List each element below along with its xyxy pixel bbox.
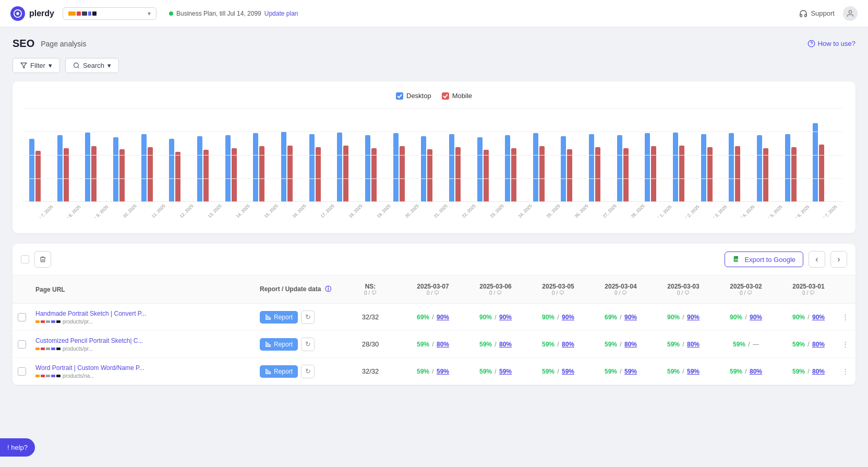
site-selector-dots <box>68 11 97 16</box>
score-blue[interactable]: 90% <box>437 314 449 321</box>
bar-mobile <box>651 146 656 202</box>
score-green[interactable]: 59% <box>605 341 617 348</box>
page-url-link[interactable]: Handmade Portrait Sketch | Convert P... <box>35 310 182 317</box>
bar-desktop <box>701 134 706 202</box>
bar-mobile <box>455 147 461 202</box>
bar-desktop <box>281 131 286 202</box>
report-button[interactable]: Report <box>260 338 298 351</box>
score-blue[interactable]: 90% <box>687 314 700 321</box>
refresh-button[interactable]: ↻ <box>301 338 315 351</box>
bar-desktop <box>729 133 734 202</box>
bar-group <box>113 137 139 202</box>
score-blue[interactable]: 90% <box>499 314 512 321</box>
chart-panel: Desktop Mobile Feb 7, 2025Feb 8, 202 <box>13 81 855 233</box>
score-green[interactable]: 59% <box>667 341 680 348</box>
score-blue[interactable]: 80% <box>562 341 574 348</box>
score-blue[interactable]: 59% <box>624 368 637 375</box>
score-green[interactable]: 90% <box>730 314 742 321</box>
score-green[interactable]: 59% <box>417 341 429 348</box>
support-button[interactable]: Support <box>799 9 835 18</box>
score-cell-3: 59% / 80% <box>589 338 652 351</box>
score-green[interactable]: 69% <box>417 314 429 321</box>
row-checkbox-1[interactable] <box>18 340 26 349</box>
bar-chart-icon <box>265 314 271 320</box>
bar-group <box>421 136 447 202</box>
chart-x-label: Feb 18, 2025 <box>342 204 364 218</box>
score-divider: / <box>618 314 623 321</box>
logo-icon <box>10 6 25 21</box>
score-green[interactable]: 90% <box>667 314 680 321</box>
how-to-use-link[interactable]: How to use? <box>807 40 855 47</box>
site-selector[interactable]: ▾ <box>63 7 156 20</box>
score-blue[interactable]: 80% <box>437 341 449 348</box>
bar-mobile <box>91 146 97 202</box>
more-icon[interactable]: ⋮ <box>842 367 849 375</box>
delete-button[interactable] <box>34 251 51 268</box>
user-icon[interactable] <box>843 6 858 21</box>
score-blue[interactable]: 90% <box>812 314 825 321</box>
refresh-button[interactable]: ↻ <box>301 365 315 378</box>
score-blue[interactable]: 59% <box>499 368 512 375</box>
score-cell-1: 59% / 59% <box>464 365 527 378</box>
search-button[interactable]: Search ▾ <box>65 58 119 73</box>
score-blue[interactable]: 80% <box>812 368 825 375</box>
desktop-legend-checkbox[interactable] <box>396 92 403 100</box>
trash-icon <box>39 256 46 263</box>
mobile-legend-checkbox[interactable] <box>442 92 449 100</box>
score-green[interactable]: 59% <box>417 368 429 375</box>
prev-page-button[interactable]: ‹ <box>809 251 825 268</box>
score-cell-0: 59% / 80% <box>402 338 464 351</box>
score-blue[interactable]: 80% <box>687 341 700 348</box>
score-green[interactable]: 59% <box>479 368 492 375</box>
score-green[interactable]: 59% <box>605 368 617 375</box>
score-blue[interactable]: 59% <box>437 368 449 375</box>
refresh-button[interactable]: ↻ <box>301 310 315 324</box>
bar-mobile <box>539 146 545 202</box>
score-green[interactable]: 90% <box>479 314 492 321</box>
page-url-link[interactable]: Word Portrait | Custom Word/Name P... <box>35 364 182 372</box>
score-green[interactable]: 90% <box>542 314 554 321</box>
next-page-button[interactable]: › <box>830 251 847 268</box>
score-green[interactable]: 59% <box>730 368 742 375</box>
bar-mobile <box>148 147 153 202</box>
more-icon[interactable]: ⋮ <box>842 340 849 348</box>
score-green[interactable]: 59% <box>667 368 680 375</box>
score-blue[interactable]: 90% <box>562 314 574 321</box>
score-green[interactable]: 59% <box>542 368 554 375</box>
score-blue[interactable]: 90% <box>624 314 637 321</box>
report-button[interactable]: Report <box>260 365 298 378</box>
url-path: products/pr... <box>63 346 93 352</box>
page-url-link[interactable]: Customized Pencil Portrait Sketch| C... <box>35 337 182 344</box>
score-green[interactable]: 59% <box>542 341 554 348</box>
export-google-button[interactable]: Export to Google <box>725 252 803 267</box>
score-blue[interactable]: 59% <box>687 368 700 375</box>
select-all-checkbox[interactable] <box>21 255 29 264</box>
bar-desktop <box>757 135 762 202</box>
row-checkbox-0[interactable] <box>18 313 26 321</box>
score-blue[interactable]: 80% <box>624 341 637 348</box>
bar-desktop <box>561 136 566 202</box>
score-green[interactable]: 90% <box>792 314 805 321</box>
info-icon[interactable]: ⓘ <box>325 285 331 293</box>
score-blue[interactable]: 80% <box>499 341 512 348</box>
svg-marker-5 <box>21 63 27 68</box>
bar-mobile <box>567 149 572 202</box>
row-checkbox-2[interactable] <box>18 367 26 376</box>
score-green[interactable]: 59% <box>479 341 492 348</box>
score-green[interactable]: 59% <box>733 341 745 348</box>
score-green[interactable]: 69% <box>605 314 617 321</box>
score-blue[interactable]: 59% <box>562 368 574 375</box>
report-button[interactable]: Report <box>260 311 298 324</box>
score-green[interactable]: 59% <box>792 368 805 375</box>
svg-rect-18 <box>266 369 267 374</box>
filter-button[interactable]: Filter ▾ <box>13 58 60 73</box>
score-blue[interactable]: 80% <box>750 368 762 375</box>
score-green[interactable]: 59% <box>792 341 805 348</box>
score-divider: / <box>743 314 749 321</box>
update-plan-link[interactable]: Update plan <box>264 10 298 17</box>
more-icon[interactable]: ⋮ <box>842 313 849 321</box>
score-blue[interactable]: 80% <box>812 341 825 348</box>
chart-x-label: Feb 10, 2025 <box>116 204 138 218</box>
score-blue[interactable]: 90% <box>750 314 762 321</box>
seo-badge: SEO <box>13 38 34 50</box>
